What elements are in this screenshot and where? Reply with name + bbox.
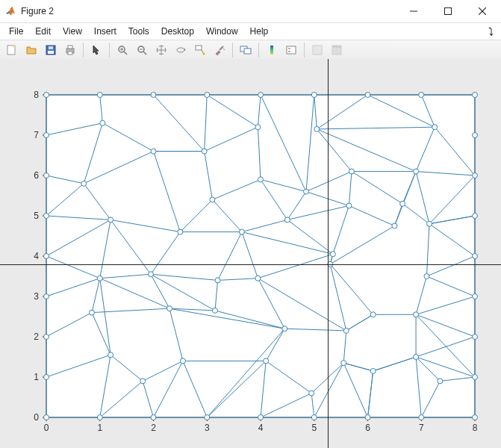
svg-point-236 bbox=[44, 415, 49, 420]
pointer-button[interactable] bbox=[87, 41, 105, 59]
svg-point-247 bbox=[205, 415, 210, 420]
svg-point-302 bbox=[309, 391, 314, 396]
svg-point-267 bbox=[419, 93, 424, 98]
svg-text:1: 1 bbox=[97, 423, 102, 433]
svg-point-281 bbox=[303, 189, 308, 194]
svg-rect-29 bbox=[313, 46, 322, 55]
svg-point-263 bbox=[205, 93, 210, 98]
svg-point-237 bbox=[44, 375, 49, 380]
svg-point-246 bbox=[151, 415, 156, 420]
menu-window[interactable]: Window bbox=[200, 25, 244, 38]
print-button[interactable] bbox=[61, 41, 79, 59]
dock-figure-button[interactable] bbox=[328, 41, 346, 59]
svg-point-288 bbox=[400, 201, 405, 206]
data-cursor-button[interactable] bbox=[191, 41, 209, 59]
open-button[interactable] bbox=[22, 41, 40, 59]
svg-text:1: 1 bbox=[34, 372, 39, 382]
collapse-toolstrip-icon[interactable]: ⤵ bbox=[484, 25, 498, 37]
svg-point-239 bbox=[44, 294, 49, 299]
svg-point-261 bbox=[97, 93, 102, 98]
svg-text:0: 0 bbox=[44, 423, 49, 433]
figure-canvas[interactable]: 012345678012345678 bbox=[0, 59, 501, 448]
svg-rect-10 bbox=[68, 46, 72, 49]
svg-point-304 bbox=[343, 328, 349, 333]
svg-rect-31 bbox=[332, 46, 341, 48]
svg-text:7: 7 bbox=[34, 130, 39, 140]
svg-point-274 bbox=[178, 229, 183, 234]
minimize-button[interactable] bbox=[396, 0, 431, 22]
save-button[interactable] bbox=[42, 41, 60, 59]
menu-help[interactable]: Help bbox=[244, 25, 275, 38]
zoom-out-button[interactable] bbox=[133, 41, 151, 59]
close-button[interactable] bbox=[465, 0, 500, 22]
svg-point-243 bbox=[44, 133, 49, 138]
legend-button[interactable] bbox=[282, 41, 300, 59]
menu-edit[interactable]: Edit bbox=[29, 25, 57, 38]
menu-view[interactable]: View bbox=[57, 25, 88, 38]
svg-point-305 bbox=[370, 312, 376, 317]
svg-point-298 bbox=[215, 278, 220, 283]
svg-point-291 bbox=[432, 125, 438, 130]
svg-point-21 bbox=[203, 53, 205, 55]
svg-point-272 bbox=[100, 120, 105, 125]
svg-text:8: 8 bbox=[34, 90, 39, 100]
link-plot-button[interactable] bbox=[237, 41, 255, 59]
svg-point-271 bbox=[81, 181, 87, 186]
new-figure-button[interactable] bbox=[3, 41, 21, 59]
svg-point-238 bbox=[44, 335, 49, 340]
svg-point-245 bbox=[97, 415, 102, 420]
svg-line-17 bbox=[143, 52, 146, 55]
svg-point-268 bbox=[97, 276, 102, 281]
svg-point-280 bbox=[284, 217, 290, 223]
brush-button[interactable] bbox=[211, 41, 228, 59]
axes[interactable]: 012345678012345678 bbox=[0, 59, 501, 448]
svg-point-251 bbox=[419, 415, 424, 420]
svg-point-290 bbox=[414, 169, 419, 174]
svg-text:4: 4 bbox=[258, 423, 264, 433]
svg-point-254 bbox=[473, 335, 478, 340]
svg-point-248 bbox=[258, 415, 264, 420]
colorbar-button[interactable] bbox=[263, 41, 281, 59]
svg-rect-11 bbox=[68, 52, 72, 55]
svg-text:2: 2 bbox=[34, 332, 39, 342]
svg-point-308 bbox=[414, 355, 419, 360]
svg-point-301 bbox=[264, 358, 269, 364]
svg-point-266 bbox=[365, 93, 370, 98]
menu-file[interactable]: File bbox=[3, 25, 29, 38]
svg-rect-26 bbox=[287, 46, 296, 54]
hide-plot-tools-button[interactable] bbox=[308, 41, 326, 59]
svg-point-282 bbox=[314, 126, 320, 131]
svg-point-295 bbox=[180, 358, 185, 364]
svg-text:7: 7 bbox=[419, 423, 424, 433]
svg-point-309 bbox=[438, 379, 443, 384]
maximize-button[interactable] bbox=[431, 0, 465, 22]
menu-desktop[interactable]: Desktop bbox=[155, 25, 200, 38]
svg-text:5: 5 bbox=[311, 423, 317, 433]
svg-point-287 bbox=[392, 223, 397, 228]
svg-point-242 bbox=[44, 173, 49, 178]
svg-point-300 bbox=[282, 326, 287, 332]
svg-point-276 bbox=[202, 149, 207, 154]
svg-point-310 bbox=[370, 368, 376, 373]
svg-point-241 bbox=[44, 214, 49, 219]
menu-bar: File Edit View Insert Tools Desktop Wind… bbox=[0, 23, 501, 40]
svg-point-270 bbox=[108, 217, 113, 223]
svg-point-292 bbox=[89, 310, 94, 315]
rotate3d-button[interactable] bbox=[172, 41, 190, 59]
svg-point-256 bbox=[473, 254, 478, 259]
svg-point-264 bbox=[258, 93, 264, 98]
svg-text:5: 5 bbox=[34, 211, 39, 221]
svg-rect-19 bbox=[196, 46, 202, 50]
svg-rect-7 bbox=[48, 51, 54, 54]
svg-point-265 bbox=[311, 93, 317, 98]
pan-button[interactable] bbox=[152, 41, 170, 59]
svg-point-240 bbox=[44, 254, 49, 259]
svg-point-258 bbox=[473, 173, 478, 178]
svg-line-13 bbox=[124, 52, 127, 55]
svg-text:8: 8 bbox=[473, 423, 478, 433]
svg-point-296 bbox=[167, 306, 172, 311]
toolbar bbox=[0, 40, 501, 60]
zoom-in-button[interactable] bbox=[113, 41, 131, 59]
menu-insert[interactable]: Insert bbox=[88, 25, 122, 38]
menu-tools[interactable]: Tools bbox=[122, 25, 155, 38]
